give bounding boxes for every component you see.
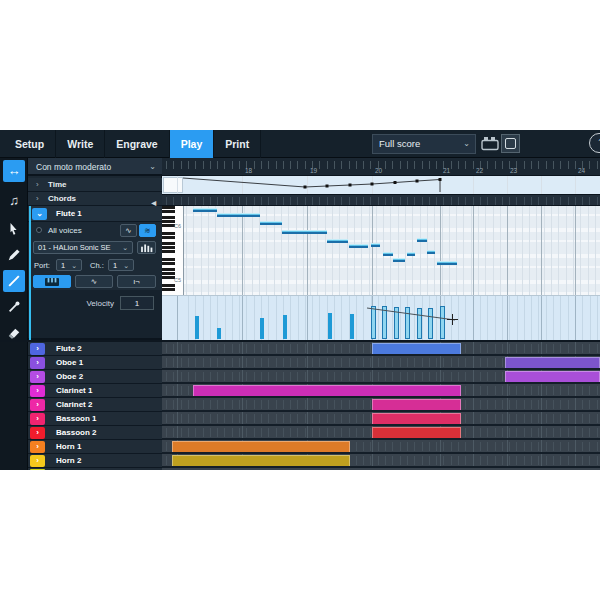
port-selector[interactable]: 1⌄ bbox=[56, 259, 82, 271]
track-row-horn2[interactable]: ›Horn 2 bbox=[28, 454, 162, 468]
timeline-ruler[interactable]: 18192021222324 bbox=[162, 158, 600, 176]
midi-note[interactable] bbox=[393, 258, 405, 262]
track-time[interactable]: › Time bbox=[28, 178, 162, 192]
pencil-tool[interactable] bbox=[3, 244, 25, 266]
region-block[interactable] bbox=[193, 385, 461, 397]
black-key[interactable] bbox=[162, 206, 175, 209]
lane-row-horn2[interactable] bbox=[162, 454, 600, 468]
lane-row-clarinet1[interactable] bbox=[162, 384, 600, 398]
midi-note[interactable] bbox=[417, 238, 427, 242]
track-row-bassoon2[interactable]: ›Bassoon 2 bbox=[28, 426, 162, 440]
track-row-clarinet2[interactable]: ›Clarinet 2 bbox=[28, 398, 162, 412]
piano-roll-grid[interactable] bbox=[184, 206, 600, 295]
tab-play[interactable]: Play bbox=[170, 130, 215, 158]
black-key[interactable] bbox=[162, 262, 175, 265]
velocity-bar-selected[interactable] bbox=[417, 308, 422, 339]
velocity-bar-selected[interactable] bbox=[394, 307, 399, 339]
channel-selector[interactable]: 1⌄ bbox=[108, 259, 134, 271]
midi-note[interactable] bbox=[383, 252, 393, 256]
velocity-bar[interactable] bbox=[328, 313, 332, 339]
edge-button[interactable]: ⌃ bbox=[589, 133, 600, 153]
midi-note[interactable] bbox=[407, 252, 415, 256]
velocity-bar-selected[interactable] bbox=[382, 306, 387, 339]
velocity-lane[interactable] bbox=[162, 295, 600, 340]
region-block[interactable] bbox=[372, 413, 461, 425]
tab-write[interactable]: Write bbox=[56, 130, 105, 158]
velocity-bar[interactable] bbox=[260, 318, 264, 339]
black-key[interactable] bbox=[162, 246, 175, 249]
track-chevron-icon[interactable]: › bbox=[30, 371, 45, 383]
line-tool[interactable] bbox=[3, 270, 25, 292]
lane-row-clarinet2[interactable] bbox=[162, 398, 600, 412]
piano-keyboard[interactable]: C6C5 bbox=[162, 206, 184, 295]
velocity-bar-selected[interactable] bbox=[405, 307, 410, 339]
black-key[interactable] bbox=[162, 250, 175, 253]
expand-arrow-icon[interactable]: › bbox=[36, 192, 39, 206]
midi-note[interactable] bbox=[437, 261, 457, 265]
track-chords[interactable]: › Chords ◀ bbox=[28, 192, 162, 206]
midi-note[interactable] bbox=[427, 250, 435, 254]
midi-note[interactable] bbox=[282, 230, 327, 234]
track-chevron-icon[interactable]: › bbox=[30, 385, 45, 397]
piano-display-button[interactable] bbox=[33, 275, 71, 288]
hand-tool[interactable]: ↔ bbox=[3, 160, 25, 182]
track-row-horn1[interactable]: ›Horn 1 bbox=[28, 440, 162, 454]
black-key[interactable] bbox=[162, 216, 175, 219]
tempo-curve[interactable] bbox=[162, 176, 600, 194]
video-mode-icon[interactable] bbox=[481, 136, 499, 151]
black-key[interactable] bbox=[162, 258, 175, 261]
track-row-oboe1[interactable]: ›Oboe 1 bbox=[28, 356, 162, 370]
track-row-oboe2[interactable]: ›Oboe 2 bbox=[28, 370, 162, 384]
black-key[interactable] bbox=[162, 232, 175, 235]
track-row-bassoon1[interactable]: ›Bassoon 1 bbox=[28, 412, 162, 426]
midi-note[interactable] bbox=[349, 244, 368, 248]
black-key[interactable] bbox=[162, 288, 175, 291]
track-chevron-icon[interactable]: › bbox=[30, 413, 45, 425]
tempo-selector[interactable]: Con moto moderato ⌄ bbox=[28, 158, 162, 176]
track-chevron-icon[interactable]: › bbox=[30, 399, 45, 411]
notes-tool[interactable]: ♫ bbox=[3, 190, 25, 212]
voices-radio[interactable] bbox=[36, 227, 42, 233]
staff-toggle-button[interactable]: ≋ bbox=[139, 224, 156, 237]
midi-note[interactable] bbox=[217, 213, 260, 217]
expand-arrow-icon[interactable]: › bbox=[36, 178, 39, 192]
region-block[interactable] bbox=[372, 399, 461, 411]
lane-row-bassoon1[interactable] bbox=[162, 412, 600, 426]
tab-print[interactable]: Print bbox=[214, 130, 261, 158]
black-key[interactable] bbox=[162, 242, 175, 245]
layout-selector[interactable]: Full score ⌄ bbox=[372, 134, 476, 154]
region-block[interactable] bbox=[172, 455, 350, 467]
velocity-bar[interactable] bbox=[195, 316, 199, 339]
notated-durations-button[interactable]: ı¬ bbox=[117, 275, 156, 288]
instrument-selector[interactable]: 01 - HALion Sonic SE ⌄ bbox=[33, 241, 133, 254]
chords-strip[interactable] bbox=[162, 194, 600, 206]
track-chevron-icon[interactable]: › bbox=[30, 455, 45, 467]
window-mode-icon[interactable] bbox=[501, 134, 520, 153]
collapse-chevron-icon[interactable]: ⌄ bbox=[32, 208, 47, 220]
region-block[interactable] bbox=[505, 371, 600, 383]
velocity-bar[interactable] bbox=[350, 314, 354, 339]
track-row-clarinet1[interactable]: ›Clarinet 1 bbox=[28, 384, 162, 398]
black-key[interactable] bbox=[162, 272, 175, 275]
black-key[interactable] bbox=[162, 236, 175, 239]
track-flute1-header[interactable]: ⌄ Flute 1 bbox=[28, 206, 162, 222]
lane-row-horn1[interactable] bbox=[162, 440, 600, 454]
region-block[interactable] bbox=[505, 357, 600, 369]
velocity-bar[interactable] bbox=[217, 328, 221, 339]
black-key[interactable] bbox=[162, 268, 175, 271]
track-chevron-icon[interactable]: › bbox=[30, 441, 45, 453]
played-durations-button[interactable]: ∿ bbox=[75, 275, 113, 288]
midi-note[interactable] bbox=[193, 208, 217, 212]
mixer-button[interactable] bbox=[137, 241, 156, 254]
track-row-flute2[interactable]: ›Flute 2 bbox=[28, 342, 162, 356]
lane-row-bassoon2[interactable] bbox=[162, 426, 600, 440]
region-block[interactable] bbox=[172, 441, 350, 453]
black-key[interactable] bbox=[162, 210, 175, 213]
velocity-value-field[interactable]: 1 bbox=[120, 296, 154, 310]
wave-toggle-button[interactable]: ∿ bbox=[120, 224, 137, 237]
midi-note[interactable] bbox=[260, 221, 282, 225]
region-block[interactable] bbox=[372, 427, 461, 439]
black-key[interactable] bbox=[162, 284, 175, 287]
pointer-tool[interactable] bbox=[3, 218, 25, 240]
tab-engrave[interactable]: Engrave bbox=[105, 130, 169, 158]
